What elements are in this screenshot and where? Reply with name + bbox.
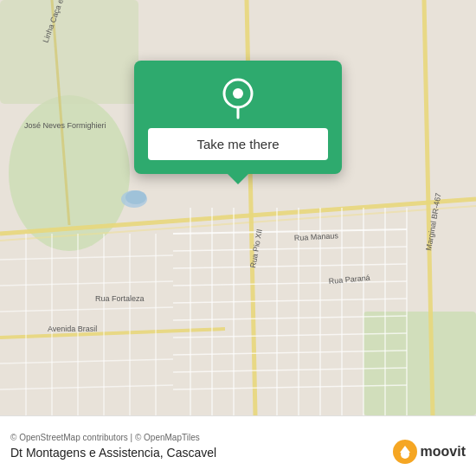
take-me-there-button[interactable]: Take me there [148, 128, 328, 160]
svg-text:Rua Fortaleza: Rua Fortaleza [95, 294, 145, 303]
svg-rect-3 [363, 312, 476, 415]
svg-rect-2 [0, 0, 138, 104]
svg-point-52 [233, 88, 243, 99]
moovit-symbol [397, 444, 413, 460]
svg-point-50 [125, 190, 146, 204]
moovit-logo: moovit [393, 440, 466, 464]
moovit-label: moovit [421, 444, 466, 460]
svg-marker-55 [400, 446, 410, 453]
popup-card: Take me there [134, 61, 342, 174]
location-pin-icon [217, 78, 259, 119]
moovit-icon [393, 440, 417, 464]
map-container: Rua Manaus Rua Fortaleza Avenida Brasil … [0, 0, 476, 415]
svg-text:Avenida Brasil: Avenida Brasil [48, 325, 97, 333]
svg-text:José Neves Formighieri: José Neves Formighieri [24, 121, 106, 130]
bottom-bar: © OpenStreetMap contributors | © OpenMap… [0, 415, 476, 476]
